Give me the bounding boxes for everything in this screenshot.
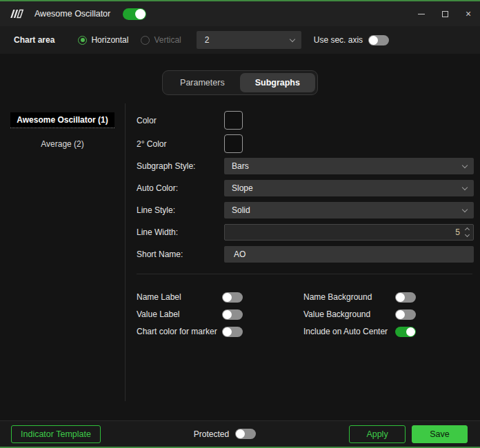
close-button[interactable]: ×	[457, 1, 480, 26]
toggles-right-column: Name Background Value Background Include…	[303, 289, 474, 340]
chevron-down-icon	[462, 162, 468, 167]
orientation-radio-group: Horizontal Vertical	[78, 35, 181, 45]
auto-color-row: Auto Color: Slope	[137, 180, 474, 196]
toggle-knob	[396, 310, 405, 319]
name-label-label: Name Label	[137, 292, 222, 302]
protected-label: Protected	[194, 429, 229, 439]
toggle-knob	[236, 429, 245, 438]
toggle-knob	[223, 327, 232, 336]
value-label-toggle[interactable]	[222, 309, 243, 320]
radio-vertical[interactable]: Vertical	[141, 35, 181, 45]
value-background-row: Value Background	[303, 306, 474, 323]
maximize-icon	[442, 11, 448, 17]
value-background-toggle[interactable]	[395, 309, 416, 320]
subgraph-style-label: Subgraph Style:	[137, 161, 224, 171]
toggle-knob	[223, 293, 232, 302]
chart-area-count-select[interactable]: 2	[197, 31, 301, 49]
line-width-row: Line Width: 5	[137, 224, 474, 241]
subgraph-item-awesome-oscillator[interactable]: Awesome Oscillator (1)	[10, 112, 114, 128]
radio-vertical-icon	[141, 36, 150, 45]
value-label-label: Value Label	[137, 309, 222, 319]
subgraph-list: Awesome Oscillator (1) Average (2)	[0, 96, 125, 420]
spinner-arrows[interactable]	[466, 228, 469, 236]
value-label-row: Value Label	[137, 306, 303, 323]
chevron-down-icon	[290, 36, 295, 41]
chart-area-row: Chart area Horizontal Vertical 2 Use sec…	[0, 26, 480, 54]
apply-button[interactable]: Apply	[349, 425, 406, 443]
indicator-template-button[interactable]: Indicator Template	[11, 425, 101, 443]
main-panel: Parameters Subgraphs Awesome Oscillator …	[0, 54, 480, 420]
color-row: Color	[137, 111, 474, 130]
subgraph-style-select[interactable]: Bars	[224, 158, 474, 174]
subgraph-item-average[interactable]: Average (2)	[34, 136, 90, 152]
name-label-row: Name Label	[137, 289, 303, 305]
spinner-down-icon	[465, 232, 470, 237]
auto-color-select[interactable]: Slope	[224, 180, 474, 196]
auto-color-value: Slope	[232, 183, 253, 193]
tab-group: Parameters Subgraphs	[162, 70, 318, 95]
toggles-left-column: Name Label Value Label Chart color for m…	[137, 289, 303, 340]
sec-axis-toggle[interactable]	[368, 35, 389, 45]
name-background-label: Name Background	[303, 292, 395, 302]
chart-area-label: Chart area	[14, 35, 54, 45]
window-title: Awesome Oscillator	[34, 9, 110, 19]
include-auto-center-label: Include on Auto Center	[303, 327, 395, 336]
line-width-label: Line Width:	[137, 227, 224, 237]
minimize-icon	[418, 14, 425, 14]
secondary-color-picker[interactable]	[224, 134, 243, 153]
indicator-settings-window: Awesome Oscillator × Chart area Horizont…	[0, 0, 480, 448]
color-label: Color	[137, 116, 224, 125]
chart-area-count-value: 2	[205, 35, 210, 45]
chart-color-marker-row: Chart color for marker	[137, 323, 303, 340]
toggle-knob	[396, 293, 405, 302]
line-style-value: Solid	[232, 205, 250, 215]
auto-color-label: Auto Color:	[137, 183, 224, 193]
toggle-knob	[135, 9, 146, 19]
subgraph-style-value: Bars	[232, 161, 249, 171]
radio-horizontal-label: Horizontal	[91, 35, 128, 45]
titlebar: Awesome Oscillator ×	[0, 1, 480, 26]
protected-group: Protected	[194, 429, 256, 439]
chart-color-marker-toggle[interactable]	[222, 327, 243, 337]
line-style-select[interactable]: Solid	[224, 202, 474, 218]
toggle-knob	[223, 310, 232, 319]
toggle-knob	[369, 36, 378, 45]
include-auto-center-toggle[interactable]	[395, 327, 416, 337]
indicator-enabled-toggle[interactable]	[123, 8, 146, 20]
tab-parameters[interactable]: Parameters	[165, 73, 240, 92]
sec-axis-label: Use sec. axis	[314, 35, 363, 45]
value-background-label: Value Background	[303, 309, 395, 319]
tab-subgraphs[interactable]: Subgraphs	[240, 73, 315, 92]
radio-horizontal-icon	[78, 36, 87, 45]
name-background-row: Name Background	[303, 289, 474, 305]
tabs-row: Parameters Subgraphs	[0, 70, 480, 95]
color-picker[interactable]	[224, 111, 243, 130]
subgraph-style-row: Subgraph Style: Bars	[137, 158, 474, 174]
body: Awesome Oscillator (1) Average (2) Color…	[0, 96, 480, 420]
app-logo-icon	[10, 9, 25, 19]
minimize-button[interactable]	[410, 1, 433, 26]
include-auto-center-row: Include on Auto Center	[303, 323, 474, 340]
line-width-value: 5	[455, 227, 460, 237]
window-controls: ×	[410, 1, 480, 26]
name-label-toggle[interactable]	[222, 292, 243, 303]
chart-color-marker-label: Chart color for marker	[137, 327, 222, 336]
save-button[interactable]: Save	[412, 425, 468, 443]
section-divider	[137, 274, 472, 274]
line-style-label: Line Style:	[137, 205, 224, 215]
toggle-knob	[406, 327, 415, 336]
label-toggles: Name Label Value Label Chart color for m…	[137, 289, 474, 340]
sidebar-divider	[125, 103, 126, 401]
short-name-row: Short Name:	[137, 246, 474, 263]
name-background-toggle[interactable]	[395, 292, 416, 303]
radio-horizontal[interactable]: Horizontal	[78, 35, 128, 45]
sec-axis-group: Use sec. axis	[314, 35, 389, 45]
short-name-label: Short Name:	[137, 250, 224, 259]
short-name-input[interactable]	[224, 246, 474, 263]
chevron-down-icon	[462, 184, 468, 190]
maximize-button[interactable]	[433, 1, 457, 26]
protected-toggle[interactable]	[235, 429, 256, 439]
line-width-stepper[interactable]: 5	[224, 224, 474, 241]
close-icon: ×	[466, 9, 471, 19]
secondary-color-row: 2° Color	[137, 134, 474, 153]
